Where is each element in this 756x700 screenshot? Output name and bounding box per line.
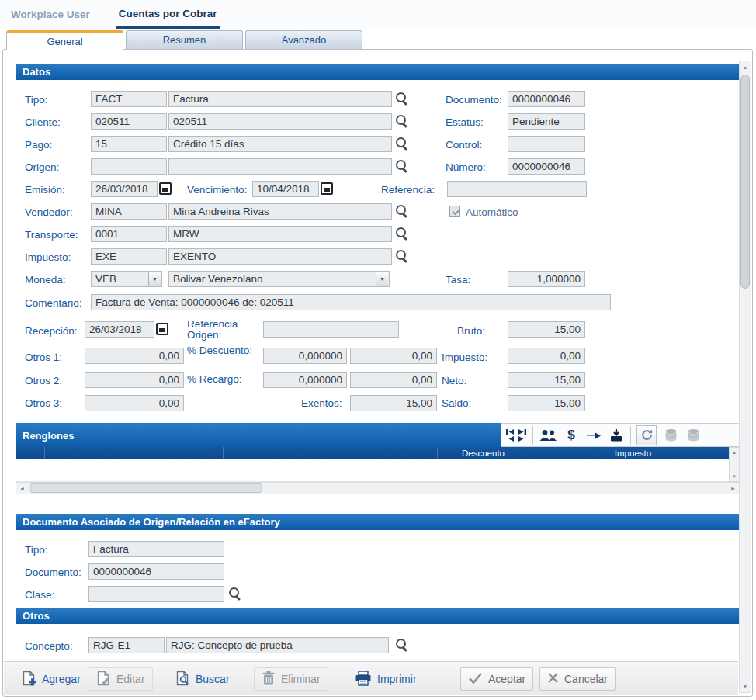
- emision-calendar-icon[interactable]: [159, 182, 172, 195]
- vendedor-search-icon[interactable]: [395, 204, 409, 218]
- descuento-pct-input[interactable]: [263, 348, 347, 364]
- numero-input[interactable]: [508, 158, 585, 175]
- scroll-right-icon[interactable]: [727, 483, 739, 494]
- recargo-monto-input[interactable]: [350, 372, 437, 388]
- price-icon[interactable]: [563, 425, 580, 445]
- origen-desc-input[interactable]: [168, 158, 392, 175]
- transporte-desc-input[interactable]: [168, 226, 392, 242]
- descuento-monto-input[interactable]: [350, 348, 437, 364]
- origen-code-input[interactable]: [91, 158, 167, 175]
- recepcion-calendar-icon[interactable]: [156, 322, 168, 335]
- send-arrow-icon[interactable]: [585, 425, 602, 445]
- scroll-down-icon[interactable]: [730, 472, 739, 481]
- recargo-pct-input[interactable]: [263, 372, 347, 388]
- pago-desc-input[interactable]: [168, 136, 392, 152]
- origen-search-icon[interactable]: [395, 159, 409, 173]
- moneda-code-dropdown-icon[interactable]: [148, 272, 161, 286]
- bruto-input[interactable]: [508, 321, 585, 338]
- moneda-label: Moneda:: [25, 274, 66, 286]
- saldo-input[interactable]: [508, 395, 585, 411]
- eliminar-button[interactable]: Eliminar: [254, 667, 328, 691]
- emision-date-input[interactable]: [91, 181, 158, 197]
- tipo-search-icon[interactable]: [395, 92, 409, 106]
- neto-input[interactable]: [508, 372, 585, 388]
- scroll-up-icon[interactable]: [740, 61, 751, 73]
- impuesto-search-icon[interactable]: [395, 249, 409, 263]
- doc-clase-input[interactable]: [88, 586, 224, 602]
- automatico-checkbox[interactable]: [449, 206, 460, 217]
- exentos-label: Exentos:: [301, 397, 342, 409]
- otros3-input[interactable]: [85, 395, 184, 411]
- control-input[interactable]: [508, 136, 585, 152]
- subtab-resumen[interactable]: Resumen: [126, 30, 243, 49]
- database-export-icon[interactable]: [662, 425, 679, 445]
- vencimiento-date-input[interactable]: [252, 181, 319, 197]
- referencia-origen-input[interactable]: [263, 321, 399, 338]
- scroll-left-icon[interactable]: [16, 483, 28, 494]
- concepto-code-input[interactable]: [88, 637, 165, 653]
- subtab-avanzado[interactable]: Avanzado: [245, 30, 362, 49]
- referencia-input[interactable]: [447, 181, 587, 197]
- grid-vertical-scrollbar[interactable]: [729, 447, 740, 482]
- transporte-search-icon[interactable]: [395, 227, 409, 241]
- pago-code-input[interactable]: [91, 136, 167, 152]
- row-fechas: Emisión: Vencimiento: Referencia:: [16, 178, 740, 200]
- buscar-button[interactable]: Buscar: [167, 667, 238, 691]
- imprimir-button[interactable]: Imprimir: [347, 667, 425, 691]
- grid-horizontal-scrollbar[interactable]: [16, 482, 740, 494]
- agregar-button[interactable]: Agregar: [13, 667, 88, 691]
- receive-icon[interactable]: [608, 425, 625, 445]
- transporte-label: Transporte:: [25, 228, 78, 240]
- editar-button[interactable]: Editar: [88, 667, 153, 691]
- concepto-search-icon[interactable]: [395, 638, 409, 652]
- cliente-search-icon[interactable]: [395, 114, 409, 128]
- refresh-icon[interactable]: [636, 425, 657, 445]
- cliente-desc-input[interactable]: [168, 113, 392, 130]
- comentario-input[interactable]: [91, 294, 611, 310]
- aceptar-button[interactable]: Aceptar: [460, 667, 533, 691]
- impuesto-code-input[interactable]: [91, 248, 167, 265]
- row-cliente: Cliente: Estatus:: [16, 110, 740, 133]
- vencimiento-calendar-icon[interactable]: [321, 182, 333, 195]
- vertical-scroll-thumb[interactable]: [740, 75, 750, 289]
- grid-column-header: [16, 447, 29, 459]
- cancelar-button[interactable]: Cancelar: [539, 667, 616, 691]
- tipo-code-input[interactable]: [91, 91, 167, 107]
- otros2-input[interactable]: [85, 372, 184, 388]
- navigate-records-icon[interactable]: [505, 425, 527, 445]
- documento-input[interactable]: [508, 91, 585, 107]
- vendedor-code-input[interactable]: [91, 203, 167, 220]
- doc-clase-search-icon[interactable]: [228, 587, 242, 601]
- impuesto-desc-input[interactable]: [168, 248, 392, 265]
- tasa-input[interactable]: [508, 271, 585, 287]
- tab-workplace-user[interactable]: Workplace User: [11, 0, 90, 29]
- pago-search-icon[interactable]: [395, 137, 409, 151]
- moneda-desc-select[interactable]: Bolivar Venezolano: [168, 271, 390, 287]
- row-otros2: Otros 2: % Recargo: Neto:: [16, 369, 740, 392]
- database-import-icon[interactable]: [685, 425, 702, 445]
- moneda-code-select[interactable]: VEB: [91, 271, 162, 287]
- buscar-label: Buscar: [196, 673, 230, 685]
- exentos-input[interactable]: [350, 395, 437, 411]
- cliente-code-input[interactable]: [91, 113, 167, 130]
- doc-tipo-input[interactable]: [88, 541, 224, 557]
- tipo-desc-input[interactable]: [168, 91, 392, 107]
- scroll-up-icon[interactable]: [730, 448, 739, 457]
- recepcion-date-input[interactable]: [85, 321, 154, 338]
- main-vertical-scrollbar[interactable]: [739, 61, 751, 693]
- transporte-code-input[interactable]: [91, 226, 167, 242]
- subtab-general[interactable]: General: [6, 30, 123, 50]
- doc-documento-input[interactable]: [88, 563, 224, 580]
- otros2-label: Otros 2:: [25, 375, 62, 386]
- vendedor-label: Vendedor:: [25, 206, 73, 217]
- scroll-down-icon[interactable]: [740, 681, 751, 692]
- vendedor-desc-input[interactable]: [168, 203, 392, 220]
- tab-cuentas-por-cobrar[interactable]: Cuentas por Cobrar: [116, 0, 220, 29]
- impuesto-total-input[interactable]: [508, 348, 585, 364]
- customers-icon[interactable]: [539, 425, 557, 445]
- estatus-input[interactable]: [508, 113, 585, 130]
- concepto-desc-input[interactable]: [166, 637, 389, 653]
- moneda-desc-dropdown-icon[interactable]: [376, 272, 388, 286]
- otros1-input[interactable]: [85, 348, 184, 364]
- horizontal-scroll-thumb[interactable]: [30, 483, 262, 493]
